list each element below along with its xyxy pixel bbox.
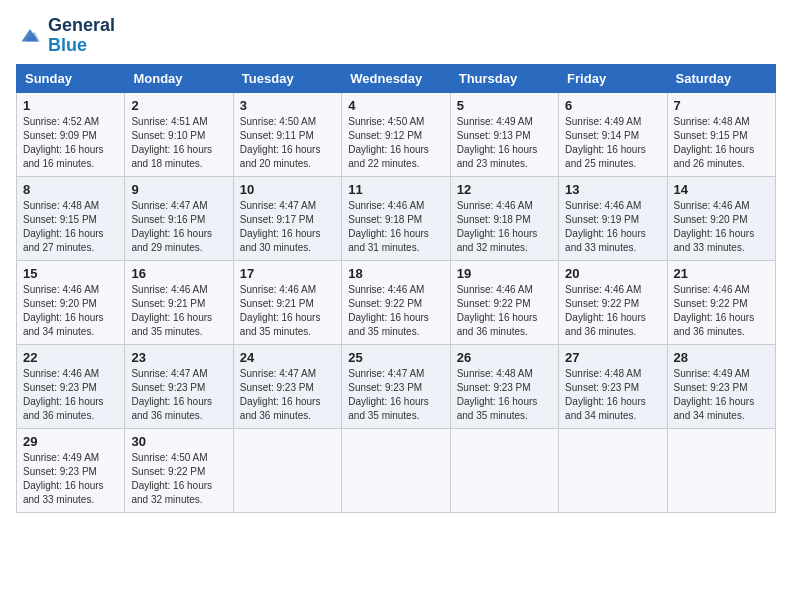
weekday-header-monday: Monday [125, 64, 233, 92]
day-number: 13 [565, 182, 660, 197]
day-info: Sunrise: 4:46 AM Sunset: 9:20 PM Dayligh… [23, 283, 118, 339]
day-info: Sunrise: 4:47 AM Sunset: 9:23 PM Dayligh… [348, 367, 443, 423]
weekday-header-row: SundayMondayTuesdayWednesdayThursdayFrid… [17, 64, 776, 92]
day-info: Sunrise: 4:49 AM Sunset: 9:23 PM Dayligh… [23, 451, 118, 507]
day-info: Sunrise: 4:48 AM Sunset: 9:15 PM Dayligh… [674, 115, 769, 171]
weekday-header-tuesday: Tuesday [233, 64, 341, 92]
day-number: 17 [240, 266, 335, 281]
day-info: Sunrise: 4:47 AM Sunset: 9:23 PM Dayligh… [131, 367, 226, 423]
calendar-cell: 7Sunrise: 4:48 AM Sunset: 9:15 PM Daylig… [667, 92, 775, 176]
day-info: Sunrise: 4:46 AM Sunset: 9:19 PM Dayligh… [565, 199, 660, 255]
day-number: 30 [131, 434, 226, 449]
day-info: Sunrise: 4:46 AM Sunset: 9:23 PM Dayligh… [23, 367, 118, 423]
day-info: Sunrise: 4:47 AM Sunset: 9:17 PM Dayligh… [240, 199, 335, 255]
day-info: Sunrise: 4:46 AM Sunset: 9:21 PM Dayligh… [240, 283, 335, 339]
day-info: Sunrise: 4:49 AM Sunset: 9:23 PM Dayligh… [674, 367, 769, 423]
calendar-cell: 12Sunrise: 4:46 AM Sunset: 9:18 PM Dayli… [450, 176, 558, 260]
day-info: Sunrise: 4:50 AM Sunset: 9:12 PM Dayligh… [348, 115, 443, 171]
calendar-cell: 23Sunrise: 4:47 AM Sunset: 9:23 PM Dayli… [125, 344, 233, 428]
calendar-cell [559, 428, 667, 512]
day-number: 11 [348, 182, 443, 197]
calendar-cell: 21Sunrise: 4:46 AM Sunset: 9:22 PM Dayli… [667, 260, 775, 344]
calendar-cell: 3Sunrise: 4:50 AM Sunset: 9:11 PM Daylig… [233, 92, 341, 176]
weekday-header-sunday: Sunday [17, 64, 125, 92]
calendar-cell: 2Sunrise: 4:51 AM Sunset: 9:10 PM Daylig… [125, 92, 233, 176]
day-info: Sunrise: 4:46 AM Sunset: 9:18 PM Dayligh… [348, 199, 443, 255]
logo-text: GeneralBlue [48, 16, 115, 56]
calendar-cell [450, 428, 558, 512]
calendar-cell: 19Sunrise: 4:46 AM Sunset: 9:22 PM Dayli… [450, 260, 558, 344]
weekday-header-wednesday: Wednesday [342, 64, 450, 92]
logo-icon [16, 22, 44, 50]
calendar-cell: 29Sunrise: 4:49 AM Sunset: 9:23 PM Dayli… [17, 428, 125, 512]
day-info: Sunrise: 4:46 AM Sunset: 9:22 PM Dayligh… [674, 283, 769, 339]
calendar-cell: 14Sunrise: 4:46 AM Sunset: 9:20 PM Dayli… [667, 176, 775, 260]
calendar-cell: 20Sunrise: 4:46 AM Sunset: 9:22 PM Dayli… [559, 260, 667, 344]
calendar-cell: 1Sunrise: 4:52 AM Sunset: 9:09 PM Daylig… [17, 92, 125, 176]
calendar-cell: 17Sunrise: 4:46 AM Sunset: 9:21 PM Dayli… [233, 260, 341, 344]
day-number: 12 [457, 182, 552, 197]
day-number: 22 [23, 350, 118, 365]
day-number: 15 [23, 266, 118, 281]
day-info: Sunrise: 4:48 AM Sunset: 9:23 PM Dayligh… [457, 367, 552, 423]
calendar-cell: 4Sunrise: 4:50 AM Sunset: 9:12 PM Daylig… [342, 92, 450, 176]
calendar-cell [342, 428, 450, 512]
day-number: 16 [131, 266, 226, 281]
weekday-header-saturday: Saturday [667, 64, 775, 92]
day-number: 23 [131, 350, 226, 365]
day-info: Sunrise: 4:46 AM Sunset: 9:18 PM Dayligh… [457, 199, 552, 255]
day-number: 29 [23, 434, 118, 449]
day-number: 27 [565, 350, 660, 365]
day-info: Sunrise: 4:48 AM Sunset: 9:15 PM Dayligh… [23, 199, 118, 255]
calendar-cell: 25Sunrise: 4:47 AM Sunset: 9:23 PM Dayli… [342, 344, 450, 428]
day-number: 5 [457, 98, 552, 113]
week-row-2: 8Sunrise: 4:48 AM Sunset: 9:15 PM Daylig… [17, 176, 776, 260]
day-number: 19 [457, 266, 552, 281]
calendar-cell: 16Sunrise: 4:46 AM Sunset: 9:21 PM Dayli… [125, 260, 233, 344]
calendar-table: SundayMondayTuesdayWednesdayThursdayFrid… [16, 64, 776, 513]
day-number: 26 [457, 350, 552, 365]
day-number: 14 [674, 182, 769, 197]
day-info: Sunrise: 4:52 AM Sunset: 9:09 PM Dayligh… [23, 115, 118, 171]
calendar-cell: 11Sunrise: 4:46 AM Sunset: 9:18 PM Dayli… [342, 176, 450, 260]
day-number: 4 [348, 98, 443, 113]
calendar-cell: 8Sunrise: 4:48 AM Sunset: 9:15 PM Daylig… [17, 176, 125, 260]
day-info: Sunrise: 4:47 AM Sunset: 9:23 PM Dayligh… [240, 367, 335, 423]
day-number: 10 [240, 182, 335, 197]
day-number: 3 [240, 98, 335, 113]
day-info: Sunrise: 4:47 AM Sunset: 9:16 PM Dayligh… [131, 199, 226, 255]
page-header: GeneralBlue [16, 16, 776, 56]
calendar-cell: 15Sunrise: 4:46 AM Sunset: 9:20 PM Dayli… [17, 260, 125, 344]
day-number: 7 [674, 98, 769, 113]
day-info: Sunrise: 4:46 AM Sunset: 9:22 PM Dayligh… [565, 283, 660, 339]
day-info: Sunrise: 4:51 AM Sunset: 9:10 PM Dayligh… [131, 115, 226, 171]
day-info: Sunrise: 4:50 AM Sunset: 9:22 PM Dayligh… [131, 451, 226, 507]
day-number: 9 [131, 182, 226, 197]
week-row-5: 29Sunrise: 4:49 AM Sunset: 9:23 PM Dayli… [17, 428, 776, 512]
day-number: 20 [565, 266, 660, 281]
week-row-1: 1Sunrise: 4:52 AM Sunset: 9:09 PM Daylig… [17, 92, 776, 176]
day-number: 21 [674, 266, 769, 281]
day-number: 25 [348, 350, 443, 365]
calendar-cell: 6Sunrise: 4:49 AM Sunset: 9:14 PM Daylig… [559, 92, 667, 176]
day-info: Sunrise: 4:49 AM Sunset: 9:13 PM Dayligh… [457, 115, 552, 171]
day-info: Sunrise: 4:46 AM Sunset: 9:22 PM Dayligh… [348, 283, 443, 339]
calendar-cell: 18Sunrise: 4:46 AM Sunset: 9:22 PM Dayli… [342, 260, 450, 344]
calendar-cell: 22Sunrise: 4:46 AM Sunset: 9:23 PM Dayli… [17, 344, 125, 428]
day-number: 28 [674, 350, 769, 365]
day-info: Sunrise: 4:48 AM Sunset: 9:23 PM Dayligh… [565, 367, 660, 423]
calendar-cell: 13Sunrise: 4:46 AM Sunset: 9:19 PM Dayli… [559, 176, 667, 260]
calendar-cell: 24Sunrise: 4:47 AM Sunset: 9:23 PM Dayli… [233, 344, 341, 428]
day-number: 24 [240, 350, 335, 365]
calendar-cell [233, 428, 341, 512]
weekday-header-thursday: Thursday [450, 64, 558, 92]
calendar-cell: 10Sunrise: 4:47 AM Sunset: 9:17 PM Dayli… [233, 176, 341, 260]
calendar-cell: 27Sunrise: 4:48 AM Sunset: 9:23 PM Dayli… [559, 344, 667, 428]
calendar-cell: 9Sunrise: 4:47 AM Sunset: 9:16 PM Daylig… [125, 176, 233, 260]
day-number: 1 [23, 98, 118, 113]
day-info: Sunrise: 4:46 AM Sunset: 9:22 PM Dayligh… [457, 283, 552, 339]
calendar-cell: 26Sunrise: 4:48 AM Sunset: 9:23 PM Dayli… [450, 344, 558, 428]
day-info: Sunrise: 4:50 AM Sunset: 9:11 PM Dayligh… [240, 115, 335, 171]
day-number: 6 [565, 98, 660, 113]
calendar-cell: 5Sunrise: 4:49 AM Sunset: 9:13 PM Daylig… [450, 92, 558, 176]
